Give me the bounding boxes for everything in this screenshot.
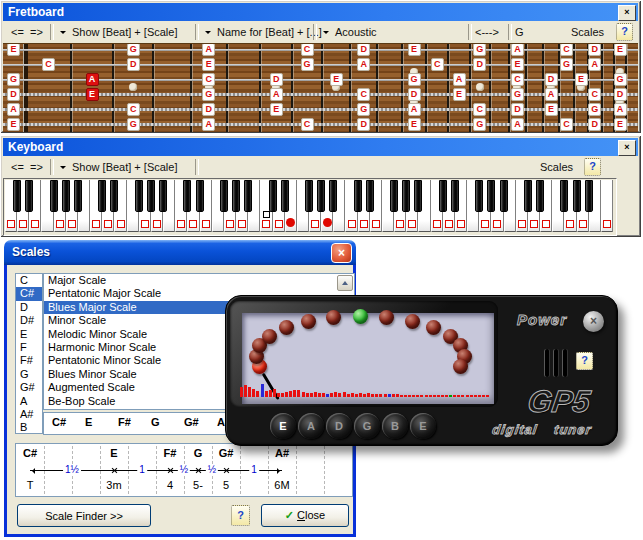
root-note-item[interactable]: E (16, 328, 42, 341)
black-key[interactable] (135, 180, 143, 212)
black-key[interactable] (414, 180, 422, 212)
root-note-item[interactable]: A# (16, 408, 42, 421)
scale-note[interactable]: G (202, 88, 215, 101)
scale-note[interactable]: E (545, 103, 558, 116)
root-note-item[interactable]: D (16, 301, 42, 314)
scale-note[interactable]: A (511, 118, 524, 131)
scale-note[interactable]: C (127, 103, 140, 116)
scale-note[interactable]: A (357, 58, 370, 71)
black-key[interactable] (232, 180, 240, 212)
scale-note[interactable]: D (270, 73, 283, 86)
root-note-item[interactable]: D# (16, 314, 42, 327)
black-key[interactable] (524, 180, 532, 212)
black-key[interactable] (390, 180, 398, 212)
black-key[interactable] (62, 180, 70, 212)
black-key[interactable] (560, 180, 568, 212)
black-key[interactable] (487, 180, 495, 212)
black-key[interactable] (183, 180, 191, 212)
scale-note[interactable]: C (301, 118, 314, 131)
root-note-item[interactable]: B (16, 421, 42, 434)
keyboard-close-button[interactable]: × (618, 140, 636, 156)
scale-note[interactable]: G (614, 73, 627, 86)
root-note-item[interactable]: A (16, 395, 42, 408)
black-key[interactable] (50, 180, 58, 212)
scale-note[interactable]: D (614, 88, 627, 101)
scale-note[interactable]: G (473, 118, 486, 131)
black-key[interactable] (147, 180, 155, 212)
show-mode-menu[interactable]: Show [Beat] + [Scale] (72, 21, 177, 43)
scale-note[interactable]: E (575, 73, 588, 86)
black-key[interactable] (244, 180, 252, 212)
scales-button[interactable]: Scales (540, 156, 573, 178)
span-button[interactable]: <---> (475, 21, 499, 43)
scale-note[interactable]: E (511, 58, 524, 71)
scale-note[interactable]: D (357, 43, 370, 56)
black-key[interactable] (354, 180, 362, 212)
scale-note[interactable]: A (202, 118, 215, 131)
scale-note[interactable]: A (202, 43, 215, 56)
scale-note[interactable]: G (127, 43, 140, 56)
scale-note[interactable]: D (408, 88, 421, 101)
scale-note[interactable]: D (588, 43, 601, 56)
black-key[interactable] (269, 180, 277, 212)
black-key[interactable] (98, 180, 106, 212)
root-note-item[interactable]: C (16, 274, 42, 287)
keyboard-titlebar[interactable]: Keyboard (3, 138, 638, 156)
scale-note[interactable]: G (473, 43, 486, 56)
scale-note[interactable]: G (408, 73, 421, 86)
black-key[interactable] (159, 180, 167, 212)
piano-keyboard[interactable] (3, 178, 617, 236)
scale-note[interactable]: D (473, 58, 486, 71)
next-beat-button[interactable]: => (30, 21, 43, 43)
black-key[interactable] (196, 180, 204, 212)
string-button-b[interactable]: B (385, 416, 405, 436)
scale-note[interactable]: D (357, 118, 370, 131)
scrollbar-up-button[interactable] (337, 275, 353, 291)
scale-note[interactable]: A (7, 103, 20, 116)
black-key[interactable] (536, 180, 544, 212)
black-key[interactable] (305, 180, 313, 212)
black-key[interactable] (402, 180, 410, 212)
scale-note[interactable]: G (127, 118, 140, 131)
scales-close-button[interactable]: × (331, 243, 352, 263)
scale-note[interactable]: A (408, 103, 421, 116)
prev-beat-button[interactable]: <= (11, 156, 24, 178)
scale-note[interactable]: D (202, 103, 215, 116)
help-icon[interactable]: ? (584, 158, 601, 176)
fretboard-close-button[interactable]: × (618, 5, 636, 21)
close-button[interactable]: ✓ Close (261, 504, 349, 527)
scale-note[interactable]: G (301, 58, 314, 71)
black-key[interactable] (475, 180, 483, 212)
black-key[interactable] (317, 180, 325, 212)
help-icon[interactable]: ? (616, 23, 633, 41)
black-key[interactable] (439, 180, 447, 212)
scale-note[interactable]: A (453, 73, 466, 86)
root-note-item[interactable]: F (16, 341, 42, 354)
root-note-item[interactable]: G# (16, 381, 42, 394)
scale-note[interactable]: D (545, 73, 558, 86)
string-button-e[interactable]: E (273, 416, 293, 436)
scale-note[interactable]: E (7, 43, 20, 56)
string-button-e[interactable]: E (413, 416, 433, 436)
scale-note[interactable]: G (357, 103, 370, 116)
scale-note[interactable]: A (614, 103, 627, 116)
scale-note[interactable]: A (588, 58, 601, 71)
scale-note[interactable]: E (330, 73, 343, 86)
black-key[interactable] (451, 180, 459, 212)
prev-beat-button[interactable]: <= (11, 21, 24, 43)
next-beat-button[interactable]: => (30, 156, 43, 178)
scale-note[interactable]: G (7, 73, 20, 86)
instrument-menu[interactable]: Acoustic (335, 21, 377, 43)
black-key[interactable] (585, 180, 593, 212)
scale-note[interactable]: E (270, 103, 283, 116)
beat-note[interactable]: E (86, 88, 99, 101)
tuner-close-button[interactable]: × (583, 311, 604, 332)
root-note-list[interactable]: CC#DD#EFF#GG#AA#B (15, 273, 43, 434)
scale-note[interactable]: E (7, 118, 20, 131)
scale-list-item[interactable]: Major Scale (44, 274, 338, 287)
scale-note[interactable]: D (511, 103, 524, 116)
scale-note[interactable]: C (560, 43, 573, 56)
scale-note[interactable]: A (511, 43, 524, 56)
scale-note[interactable]: E (202, 58, 215, 71)
scale-note[interactable]: D (588, 118, 601, 131)
